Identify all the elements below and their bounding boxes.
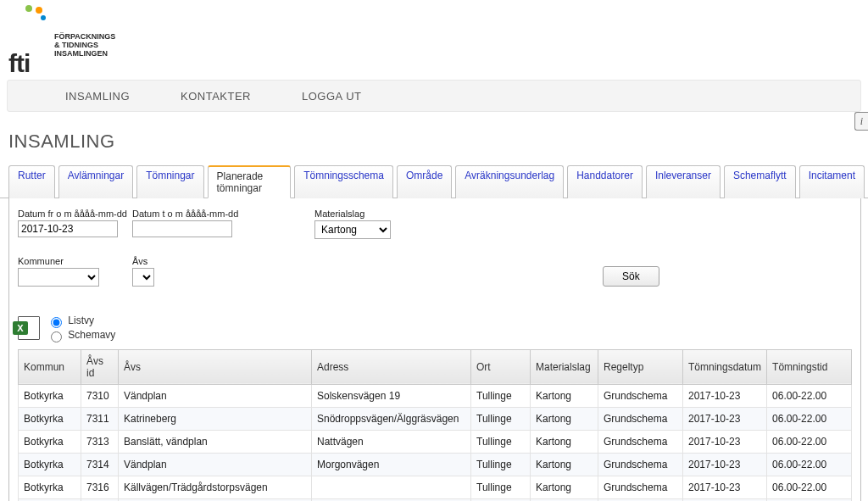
cell-ort: Tullinge <box>471 407 531 430</box>
table-row[interactable]: Botkyrka7311KatrinebergSnödroppsvägen/Äl… <box>19 407 852 430</box>
th-kommun[interactable]: Kommun <box>19 349 81 384</box>
cell-avsid: 7313 <box>81 430 119 453</box>
info-icon[interactable]: i <box>854 112 868 131</box>
cell-tid: 06.00-22.00 <box>767 407 852 430</box>
date-from-label: Datum fr o m åååå-mm-dd <box>18 209 132 219</box>
excel-export-icon[interactable] <box>18 316 40 340</box>
cell-kommun: Botkyrka <box>19 407 81 430</box>
logo-tagline: FÖRPACKNINGS & TIDNINGS INSAMLINGEN <box>54 22 115 58</box>
search-button[interactable]: Sök <box>603 266 659 287</box>
cell-material: Kartong <box>531 430 598 453</box>
cell-material: Kartong <box>531 407 598 430</box>
logo-dots <box>8 5 47 44</box>
page-title: INSAMLING <box>8 131 868 153</box>
kommuner-select[interactable] <box>18 268 99 287</box>
results-table: Kommun Åvs id Åvs Adress Ort Materialsla… <box>18 349 852 501</box>
tab-avrakning[interactable]: Avräkningsunderlag <box>455 165 564 198</box>
th-avs[interactable]: Åvs <box>119 349 312 384</box>
th-tid[interactable]: Tömningstid <box>767 349 852 384</box>
material-select[interactable]: Kartong <box>314 220 391 239</box>
cell-datum: 2017-10-23 <box>683 384 767 407</box>
cell-regeltyp: Grundschema <box>598 453 683 476</box>
nav-kontakter[interactable]: KONTAKTER <box>181 90 251 103</box>
th-regeltyp[interactable]: Regeltyp <box>598 349 683 384</box>
cell-ort: Tullinge <box>471 430 531 453</box>
table-row[interactable]: Botkyrka7316Källvägen/Trädgårdstorpsväge… <box>19 476 852 498</box>
nav-loggaut[interactable]: LOGGA UT <box>302 90 361 103</box>
material-label: Materialslag <box>314 209 603 219</box>
logo-text: fti <box>8 44 47 75</box>
tab-inleveranser[interactable]: Inleveranser <box>646 165 721 198</box>
cell-adress: Morgonvägen <box>312 453 471 476</box>
avs-label: Åvs <box>132 256 314 266</box>
cell-avs: Vändplan <box>119 384 312 407</box>
cell-adress <box>312 476 471 498</box>
tab-rutter[interactable]: Rutter <box>8 165 55 198</box>
date-to-input[interactable] <box>132 220 232 237</box>
listvy-radio[interactable]: Listvy <box>47 314 115 328</box>
cell-tid: 06.00-22.00 <box>767 384 852 407</box>
cell-tid: 06.00-22.00 <box>767 453 852 476</box>
cell-material: Kartong <box>531 476 598 498</box>
filter-panel: Datum fr o m åååå-mm-dd Datum t o m åååå… <box>8 198 861 501</box>
cell-avsid: 7314 <box>81 453 119 476</box>
tab-avlamningar[interactable]: Avlämningar <box>58 165 133 198</box>
table-header-row: Kommun Åvs id Åvs Adress Ort Materialsla… <box>19 349 852 384</box>
th-adress[interactable]: Adress <box>312 349 471 384</box>
cell-regeltyp: Grundschema <box>598 476 683 498</box>
cell-avs: Källvägen/Trädgårdstorpsvägen <box>119 476 312 498</box>
th-ort[interactable]: Ort <box>471 349 531 384</box>
avs-select[interactable] <box>132 268 154 287</box>
date-from-input[interactable] <box>18 220 118 237</box>
table-row[interactable]: Botkyrka7314VändplanMorgonvägenTullingeK… <box>19 453 852 476</box>
tab-planerade[interactable]: Planerade tömningar <box>208 165 292 198</box>
cell-ort: Tullinge <box>471 476 531 498</box>
cell-datum: 2017-10-23 <box>683 430 767 453</box>
cell-ort: Tullinge <box>471 453 531 476</box>
cell-regeltyp: Grundschema <box>598 430 683 453</box>
tab-tomningsschema[interactable]: Tömningsschema <box>294 165 393 198</box>
cell-kommun: Botkyrka <box>19 476 81 498</box>
kommuner-label: Kommuner <box>18 256 132 266</box>
cell-avs: Katrineberg <box>119 407 312 430</box>
th-material[interactable]: Materialslag <box>531 349 598 384</box>
cell-datum: 2017-10-23 <box>683 476 767 498</box>
table-row[interactable]: Botkyrka7313Banslätt, vändplanNattvägenT… <box>19 430 852 453</box>
cell-tid: 06.00-22.00 <box>767 430 852 453</box>
tab-schemaflytt[interactable]: Schemaflytt <box>724 165 796 198</box>
cell-material: Kartong <box>531 453 598 476</box>
cell-kommun: Botkyrka <box>19 453 81 476</box>
tab-handdatorer[interactable]: Handdatorer <box>567 165 643 198</box>
tab-bar: RutterAvlämningarTömningarPlanerade tömn… <box>0 164 868 198</box>
cell-adress: Nattvägen <box>312 430 471 453</box>
tab-tomningar[interactable]: Tömningar <box>136 165 203 198</box>
cell-adress: Snödroppsvägen/Älggräsvägen <box>312 407 471 430</box>
cell-material: Kartong <box>531 384 598 407</box>
top-nav: INSAMLING KONTAKTER LOGGA UT <box>7 80 861 112</box>
cell-kommun: Botkyrka <box>19 430 81 453</box>
nav-insamling[interactable]: INSAMLING <box>65 90 130 103</box>
cell-regeltyp: Grundschema <box>598 407 683 430</box>
tab-incitament[interactable]: Incitament <box>799 165 865 198</box>
cell-avsid: 7311 <box>81 407 119 430</box>
cell-avs: Vändplan <box>119 453 312 476</box>
cell-ort: Tullinge <box>471 384 531 407</box>
cell-datum: 2017-10-23 <box>683 407 767 430</box>
tab-omrade[interactable]: Område <box>397 165 452 198</box>
table-row[interactable]: Botkyrka7310VändplanSolskensvägen 19Tull… <box>19 384 852 407</box>
cell-avsid: 7310 <box>81 384 119 407</box>
cell-regeltyp: Grundschema <box>598 384 683 407</box>
cell-adress: Solskensvägen 19 <box>312 384 471 407</box>
cell-avsid: 7316 <box>81 476 119 498</box>
schemavy-radio[interactable]: Schemavy <box>47 328 115 342</box>
cell-datum: 2017-10-23 <box>683 453 767 476</box>
th-datum[interactable]: Tömningsdatum <box>683 349 767 384</box>
view-toggle: Listvy Schemavy <box>47 314 115 342</box>
date-to-label: Datum t o m åååå-mm-dd <box>132 209 314 219</box>
cell-tid: 06.00-22.00 <box>767 476 852 498</box>
cell-avs: Banslätt, vändplan <box>119 430 312 453</box>
th-avsid[interactable]: Åvs id <box>81 349 119 384</box>
brand-logo: fti FÖRPACKNINGS & TIDNINGS INSAMLINGEN <box>0 0 868 76</box>
cell-kommun: Botkyrka <box>19 384 81 407</box>
